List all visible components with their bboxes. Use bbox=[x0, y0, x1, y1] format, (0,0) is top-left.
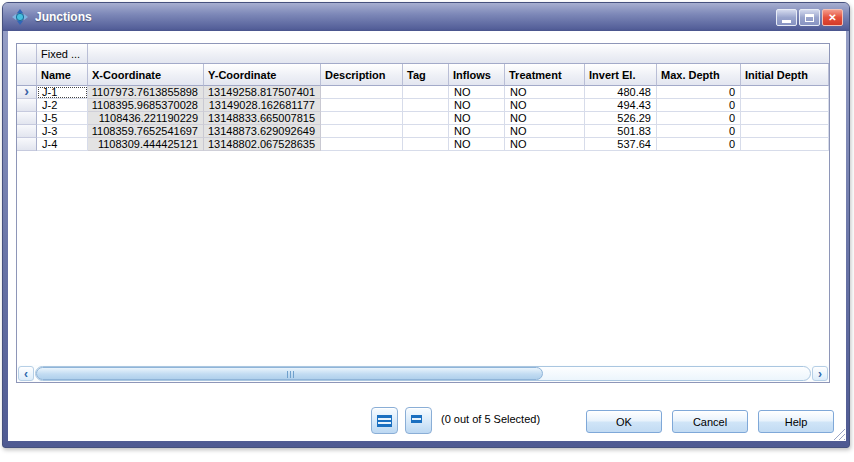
grid-cell-description[interactable] bbox=[321, 99, 403, 112]
grid-cell-description[interactable] bbox=[321, 112, 403, 125]
grid-cell-inflows[interactable]: NO bbox=[449, 112, 505, 125]
grid-cell-initial_depth[interactable] bbox=[741, 86, 829, 99]
table-row: J-51108436.22119022913148833.665007815NO… bbox=[17, 112, 829, 125]
grid-cell-name[interactable]: J-3 bbox=[37, 125, 88, 138]
table-row: J-21108395.968537002813149028.162681177N… bbox=[17, 99, 829, 112]
grid-cell-name[interactable]: J-2 bbox=[37, 99, 88, 112]
grid-cell-invert_el[interactable]: 526.29 bbox=[585, 112, 657, 125]
grid-cell-description[interactable] bbox=[321, 138, 403, 151]
select-all-rows-icon bbox=[377, 415, 392, 427]
scrollbar-grip-icon bbox=[287, 371, 294, 378]
scrollbar-track[interactable] bbox=[35, 366, 811, 381]
grid-cell-y[interactable]: 13149258.817507401 bbox=[204, 86, 321, 99]
close-button[interactable]: ✕ bbox=[822, 9, 843, 26]
titlebar[interactable]: Junctions ✕ bbox=[3, 3, 849, 31]
grid-body: ›J-11107973.761385589813149258.817507401… bbox=[17, 86, 829, 151]
column-header-x[interactable]: X-Coordinate bbox=[88, 64, 204, 86]
row-selector[interactable] bbox=[17, 112, 37, 125]
table-row: ›J-11107973.761385589813149258.817507401… bbox=[17, 86, 829, 99]
grid-cell-tag[interactable] bbox=[403, 86, 449, 99]
maximize-icon bbox=[805, 14, 814, 22]
grid-cell-inflows[interactable]: NO bbox=[449, 138, 505, 151]
grid-cell-initial_depth[interactable] bbox=[741, 138, 829, 151]
grid-cell-treatment[interactable]: NO bbox=[505, 99, 585, 112]
column-header-max_depth[interactable]: Max. Depth bbox=[657, 64, 741, 86]
junctions-dialog-window: Junctions ✕ Fixed ... NameX-CoordinateY-… bbox=[2, 2, 850, 448]
grid-cell-tag[interactable] bbox=[403, 112, 449, 125]
column-header-treatment[interactable]: Treatment bbox=[505, 64, 585, 86]
minimize-icon bbox=[782, 20, 791, 23]
grid-cell-treatment[interactable]: NO bbox=[505, 112, 585, 125]
column-header-name[interactable]: Name bbox=[37, 64, 88, 86]
grid-cell-invert_el[interactable]: 494.43 bbox=[585, 99, 657, 112]
column-header-y[interactable]: Y-Coordinate bbox=[204, 64, 321, 86]
grid-cell-y[interactable]: 13148802.067528635 bbox=[204, 138, 321, 151]
cancel-button[interactable]: Cancel bbox=[672, 410, 748, 433]
grid-cell-y[interactable]: 13148833.665007815 bbox=[204, 112, 321, 125]
grid-cell-treatment[interactable]: NO bbox=[505, 125, 585, 138]
grid-cell-inflows[interactable]: NO bbox=[449, 86, 505, 99]
dialog-content: Fixed ... NameX-CoordinateY-CoordinateDe… bbox=[8, 31, 846, 441]
row-selector[interactable] bbox=[17, 138, 37, 151]
grid-cell-max_depth[interactable]: 0 bbox=[657, 125, 741, 138]
resize-grip[interactable] bbox=[833, 428, 845, 440]
close-icon: ✕ bbox=[828, 13, 836, 23]
grid-cell-x[interactable]: 1108395.9685370028 bbox=[88, 99, 204, 112]
help-button[interactable]: Help bbox=[758, 410, 834, 433]
grid-cell-max_depth[interactable]: 0 bbox=[657, 138, 741, 151]
grid-cell-inflows[interactable]: NO bbox=[449, 99, 505, 112]
grid-cell-tag[interactable] bbox=[403, 138, 449, 151]
grid-cell-treatment[interactable]: NO bbox=[505, 86, 585, 99]
table-row: J-41108309.44442512113148802.067528635NO… bbox=[17, 138, 829, 151]
grid-cell-initial_depth[interactable] bbox=[741, 99, 829, 112]
grid-cell-max_depth[interactable]: 0 bbox=[657, 99, 741, 112]
grid-cell-tag[interactable] bbox=[403, 99, 449, 112]
horizontal-scrollbar[interactable]: ‹ › bbox=[17, 365, 829, 382]
grid-cell-name[interactable]: J-4 bbox=[37, 138, 88, 151]
column-header-invert_el[interactable]: Invert El. bbox=[585, 64, 657, 86]
grid-cell-description[interactable] bbox=[321, 125, 403, 138]
grid-cell-inflows[interactable]: NO bbox=[449, 125, 505, 138]
grid-cell-description[interactable] bbox=[321, 86, 403, 99]
scroll-left-arrow[interactable]: ‹ bbox=[18, 366, 34, 381]
grid-cell-name[interactable]: J-5 bbox=[37, 112, 88, 125]
grid-cell-invert_el[interactable]: 537.64 bbox=[585, 138, 657, 151]
scroll-right-arrow[interactable]: › bbox=[812, 366, 828, 381]
ok-button[interactable]: OK bbox=[586, 410, 662, 433]
grid-cell-invert_el[interactable]: 480.48 bbox=[585, 86, 657, 99]
row-selector[interactable]: › bbox=[17, 86, 37, 99]
grid-cell-tag[interactable] bbox=[403, 125, 449, 138]
grid-cell-initial_depth[interactable] bbox=[741, 112, 829, 125]
minimize-button[interactable] bbox=[776, 9, 797, 26]
band-fixed[interactable]: Fixed ... bbox=[37, 44, 88, 64]
grid-cell-x[interactable]: 1107973.7613855898 bbox=[88, 86, 204, 99]
column-header-inflows[interactable]: Inflows bbox=[449, 64, 505, 86]
grid-cell-initial_depth[interactable] bbox=[741, 125, 829, 138]
grid-cell-y[interactable]: 13149028.162681177 bbox=[204, 99, 321, 112]
grid-cell-x[interactable]: 1108436.221190229 bbox=[88, 112, 204, 125]
row-selector[interactable] bbox=[17, 125, 37, 138]
page: Junctions ✕ Fixed ... NameX-CoordinateY-… bbox=[0, 0, 854, 462]
maximize-button[interactable] bbox=[799, 9, 820, 26]
grid-cell-treatment[interactable]: NO bbox=[505, 138, 585, 151]
grid-cell-y[interactable]: 13148873.629092649 bbox=[204, 125, 321, 138]
grid-band-row: Fixed ... bbox=[17, 44, 829, 64]
grid-cell-max_depth[interactable]: 0 bbox=[657, 112, 741, 125]
grid-cell-invert_el[interactable]: 501.83 bbox=[585, 125, 657, 138]
column-header-tag[interactable]: Tag bbox=[403, 64, 449, 86]
select-all-button[interactable] bbox=[371, 407, 398, 434]
grid-cell-x[interactable]: 1108309.444425121 bbox=[88, 138, 204, 151]
table-row: J-31108359.765254169713148873.629092649N… bbox=[17, 125, 829, 138]
grid-cell-name[interactable]: J-1 bbox=[37, 86, 88, 99]
grid-cell-max_depth[interactable]: 0 bbox=[657, 86, 741, 99]
grid-header-row: NameX-CoordinateY-CoordinateDescriptionT… bbox=[17, 64, 829, 86]
band-selector-spacer bbox=[17, 44, 37, 64]
column-header-description[interactable]: Description bbox=[321, 64, 403, 86]
select-none-button[interactable] bbox=[405, 407, 432, 434]
junctions-grid: Fixed ... NameX-CoordinateY-CoordinateDe… bbox=[16, 43, 830, 383]
grid-cell-x[interactable]: 1108359.7652541697 bbox=[88, 125, 204, 138]
scrollbar-thumb[interactable] bbox=[36, 367, 543, 380]
column-header-initial_depth[interactable]: Initial Depth bbox=[741, 64, 829, 86]
grid-empty-area bbox=[17, 151, 829, 365]
row-selector[interactable] bbox=[17, 99, 37, 112]
